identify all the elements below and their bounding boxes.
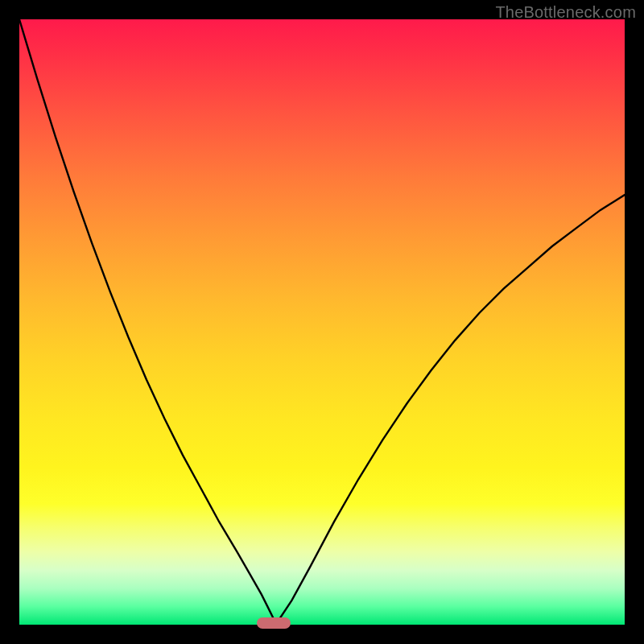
watermark-text: TheBottleneck.com: [495, 3, 636, 22]
plot-area: [19, 19, 625, 625]
optimal-marker: [257, 617, 291, 629]
curve-left: [19, 19, 274, 619]
bottleneck-curve: [19, 19, 625, 625]
curve-right: [279, 195, 625, 618]
